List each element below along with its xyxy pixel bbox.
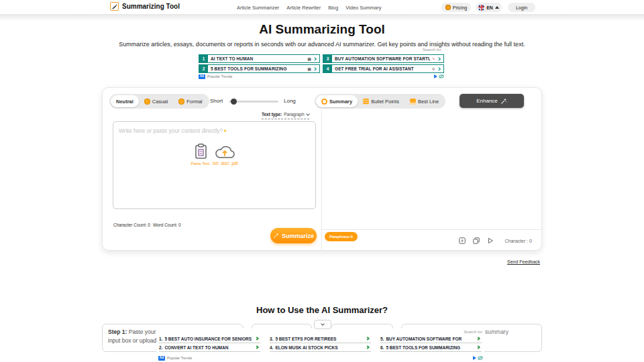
eye-off-icon[interactable] [439,74,444,78]
adchoices-icon[interactable] [434,74,437,78]
read-aloud-button[interactable] [487,237,494,244]
nav-video-summary[interactable]: Video Summary [345,5,381,11]
step-4-visible-text: summary [485,328,508,335]
ad-top: 1 AI TEXT TO HUMAN ▦ 2 5 BEST TOOLS FOR … [199,54,444,79]
adchoices-icon[interactable] [473,356,476,360]
word-count: Word Count: 0 [153,223,181,227]
length-slider[interactable] [229,101,278,103]
input-placeholder: Write here or paste your content directl… [119,127,227,134]
copy-button[interactable] [473,237,480,244]
nav-blog[interactable]: Blog [328,5,338,11]
tone-formal[interactable]: Formal [173,95,207,107]
ad-item-label: 5 BEST TOOLS FOR SUMMARIZING [208,66,305,71]
ad-bottom-search-for: Search for [464,330,482,334]
ad-badge: Ad [158,356,165,361]
chevron-right-icon [437,67,441,71]
nav-article-summarizer[interactable]: Article Summarizer [237,5,279,11]
login-label: Login [516,5,527,10]
bullet-points-icon [363,99,369,105]
ad-top-item[interactable]: 2 5 BEST TOOLS FOR SUMMARIZING ▦ [199,64,320,73]
download-icon [459,237,466,244]
send-feedback-link[interactable]: Send Feedback [507,259,540,264]
ad-bottom-footer: Ad Popular Trends [158,356,483,361]
mode-summary-label: Summary [329,99,352,105]
ad-top-item[interactable]: 1 AI TEXT TO HUMAN ▦ [199,54,320,63]
mode-best-line[interactable]: Best Line [405,95,444,107]
download-button[interactable] [459,237,466,244]
adchoices[interactable] [473,356,483,360]
enhance-button[interactable]: Enhance [460,94,524,108]
ad-item-number: 6. [380,345,384,350]
language-selector[interactable]: EN [476,3,502,12]
top-nav: Summarizing Tool Article Summarizer Arti… [0,0,644,15]
ad-bottom-item[interactable]: 2. CONVERT AI TEXT TO HUMAN [159,343,260,352]
login-button[interactable]: Login [508,3,535,12]
chevron-down-icon [306,112,310,116]
ad-item-number: 5. [380,337,384,341]
tone-neutral[interactable]: Neutral [111,95,139,107]
ad-item-number: 2 [199,65,208,72]
ad-top-item[interactable]: 3 BUY AUTOMATION SOFTWARE FOR STARTUPS ✎ [323,54,444,63]
step-1-text-line1: Paste your [129,328,156,335]
pen-logo-icon [110,2,119,11]
pricing-button[interactable]: Pricing [441,3,471,12]
mode-summary[interactable]: Summary [316,95,358,107]
chevron-right-icon [313,67,317,71]
placeholder-text: Write here or paste your content directl… [119,127,223,134]
length-slider-knob[interactable] [231,99,237,105]
step-1-text-line2: input box or upload [108,337,156,344]
ad-bottom-item[interactable]: 3. 5 BEST ETFS FOR RETIREES [270,335,371,343]
ad-collapse-button[interactable] [314,320,331,329]
pricing-label: Pricing [453,5,467,10]
eye-off-icon[interactable] [478,356,483,360]
ad-item-number: 4. [270,345,273,350]
cloud-upload-icon[interactable] [215,145,235,160]
keyboard-icon: ▦ [307,56,311,61]
ad-top-footer: Ad Popular Trends [199,74,444,79]
ad-item-label: BUY AUTOMATION SOFTWARE FOR [386,337,475,341]
ad-top-item[interactable]: 4 GET FREE TRIAL FOR AI ASSISTANT ⚙ [323,64,444,73]
mode-bullet-points[interactable]: Bullet Points [358,95,405,107]
ad-bottom-item[interactable]: 5. BUY AUTOMATION SOFTWARE FOR [380,335,482,343]
chevron-right-icon [255,345,259,349]
ad-item-label: BUY AUTOMATION SOFTWARE FOR STARTUPS [332,56,430,61]
ad-item-label: 5 BEST ETFS FOR RETIREES [275,337,364,341]
enhance-label: Enhance [476,98,498,104]
uk-flag-icon [478,5,484,11]
text-type-dropdown[interactable]: Text type: Paragraph [262,112,309,119]
clipboard-icon[interactable] [195,143,208,160]
summary-icon [321,99,327,105]
header-shadow [0,15,644,21]
ad-item-number: 1 [199,55,208,62]
page: Summarizing Tool Article Summarizer Arti… [0,0,644,362]
brand[interactable]: Summarizing Tool [110,2,180,11]
smiley-icon [144,99,150,105]
ad-bottom-grid: 1. 5 BEST AUTO INSURANCE FOR SENIORS 2. … [159,335,482,352]
upload-area: Paste Text .txt/ .doc/ .pdf [113,143,315,166]
nav-article-rewriter[interactable]: Article Rewriter [286,5,321,11]
ad-bottom-item[interactable]: 1. 5 BEST AUTO INSURANCE FOR SENIORS [159,335,260,343]
ad-bottom-item[interactable]: 6. 5 BEST TOOLS FOR SUMMARIZING [380,343,482,352]
tone-casual[interactable]: Casual [139,95,173,107]
ad-bottom-item[interactable]: 4. ELON MUSK AI STOCK PICKS [270,343,371,352]
chevron-right-icon [255,337,259,341]
chevron-right-icon [366,345,370,349]
language-label: EN [486,5,493,10]
file-types-label[interactable]: .txt/ .doc/ .pdf [211,161,237,166]
text-type-label: Text type: [262,112,282,117]
ad-item-label: 5 BEST TOOLS FOR SUMMARIZING [386,345,475,350]
input-textarea[interactable]: Write here or paste your content directl… [113,121,316,209]
length-short-label: Short [210,98,223,104]
output-character-count: Character : 0 [505,239,532,243]
paste-text-label[interactable]: Paste Text [191,162,210,166]
ad-item-label: AI TEXT TO HUMAN [208,56,305,61]
summarize-button[interactable]: Summarize [270,228,317,243]
ad-item-number: 1. [159,337,162,341]
mode-bullet-points-label: Bullet Points [371,99,399,105]
ad-item-number: 3 [323,55,332,62]
ad-top-search-for: Search for [423,48,441,52]
adchoices[interactable] [434,74,444,78]
briefcase-icon [178,99,184,105]
ad-item-number: 4 [323,65,332,72]
brand-name: Summarizing Tool [122,3,180,10]
